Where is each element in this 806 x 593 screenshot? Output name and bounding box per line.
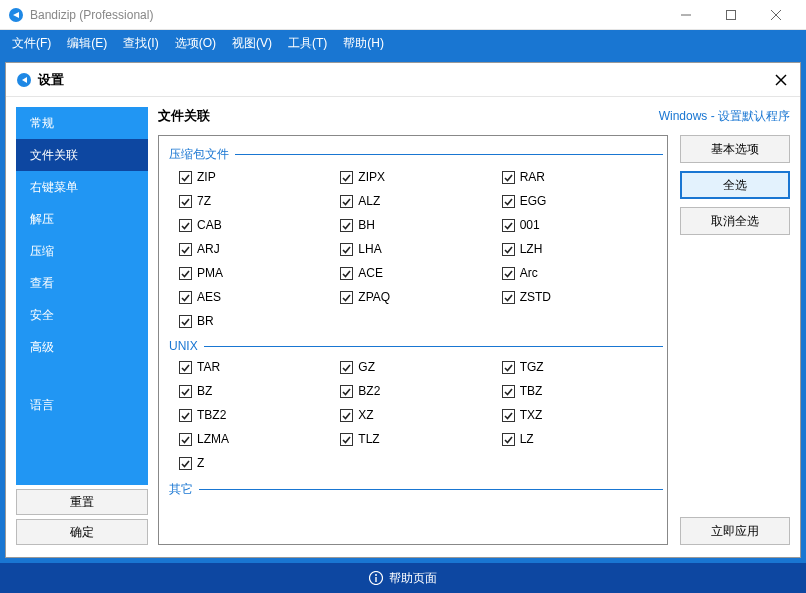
- checkbox-label: Z: [197, 456, 204, 470]
- reset-button[interactable]: 重置: [16, 489, 148, 515]
- menu-item-4[interactable]: 视图(V): [224, 35, 280, 52]
- check-icon: [179, 361, 192, 374]
- checkbox-001[interactable]: 001: [502, 215, 663, 235]
- checkbox-7z[interactable]: 7Z: [179, 191, 340, 211]
- group-label-0: 压缩包文件: [169, 146, 663, 163]
- sidebar: 常规文件关联右键菜单解压压缩查看安全高级语言 重置 确定: [16, 107, 148, 545]
- check-icon: [179, 243, 192, 256]
- sidebar-item-5[interactable]: 查看: [16, 267, 148, 299]
- checkbox-arc[interactable]: Arc: [502, 263, 663, 283]
- sidebar-item-4[interactable]: 压缩: [16, 235, 148, 267]
- checkbox-label: BH: [358, 218, 375, 232]
- check-icon: [502, 267, 515, 280]
- menu-item-5[interactable]: 工具(T): [280, 35, 335, 52]
- close-button[interactable]: [753, 0, 798, 30]
- checkbox-label: TBZ: [520, 384, 543, 398]
- checkbox-label: LZH: [520, 242, 543, 256]
- checkbox-zip[interactable]: ZIP: [179, 167, 340, 187]
- settings-icon: [16, 72, 32, 88]
- footer: 帮助页面: [0, 563, 806, 593]
- dialog-close-button[interactable]: [772, 71, 790, 89]
- check-icon: [179, 315, 192, 328]
- check-icon: [502, 171, 515, 184]
- checkbox-zstd[interactable]: ZSTD: [502, 287, 663, 307]
- checkbox-label: CAB: [197, 218, 222, 232]
- sidebar-item-language[interactable]: 语言: [16, 389, 148, 421]
- checkbox-gz[interactable]: GZ: [340, 357, 501, 377]
- checkbox-tlz[interactable]: TLZ: [340, 429, 501, 449]
- check-icon: [502, 243, 515, 256]
- checkbox-lha[interactable]: LHA: [340, 239, 501, 259]
- checkbox-bz[interactable]: BZ: [179, 381, 340, 401]
- menu-item-1[interactable]: 编辑(E): [59, 35, 115, 52]
- checkbox-tbz2[interactable]: TBZ2: [179, 405, 340, 425]
- checkbox-label: RAR: [520, 170, 545, 184]
- apply-button[interactable]: 立即应用: [680, 517, 790, 545]
- check-icon: [502, 385, 515, 398]
- help-link[interactable]: 帮助页面: [389, 570, 437, 587]
- checkbox-lzma[interactable]: LZMA: [179, 429, 340, 449]
- check-icon: [179, 457, 192, 470]
- checkbox-label: BZ: [197, 384, 212, 398]
- association-panel[interactable]: 压缩包文件ZIPZIPXRAR7ZALZEGGCABBH001ARJLHALZH…: [158, 135, 668, 545]
- checkbox-tbz[interactable]: TBZ: [502, 381, 663, 401]
- check-icon: [502, 195, 515, 208]
- menu-item-6[interactable]: 帮助(H): [335, 35, 392, 52]
- svg-rect-10: [375, 577, 376, 582]
- basic-options-button[interactable]: 基本选项: [680, 135, 790, 163]
- group-label-2: 其它: [169, 481, 663, 498]
- checkbox-bz2[interactable]: BZ2: [340, 381, 501, 401]
- checkbox-br[interactable]: BR: [179, 311, 340, 331]
- sidebar-item-0[interactable]: 常规: [16, 107, 148, 139]
- menu-item-3[interactable]: 选项(O): [167, 35, 224, 52]
- deselect-all-button[interactable]: 取消全选: [680, 207, 790, 235]
- checkbox-txz[interactable]: TXZ: [502, 405, 663, 425]
- checkbox-aes[interactable]: AES: [179, 287, 340, 307]
- sidebar-item-1[interactable]: 文件关联: [16, 139, 148, 171]
- checkbox-label: LHA: [358, 242, 381, 256]
- checkbox-lzh[interactable]: LZH: [502, 239, 663, 259]
- app-icon: [8, 7, 24, 23]
- ok-button[interactable]: 确定: [16, 519, 148, 545]
- maximize-button[interactable]: [708, 0, 753, 30]
- svg-point-9: [375, 574, 377, 576]
- checkbox-label: PMA: [197, 266, 223, 280]
- window-title: Bandizip (Professional): [30, 8, 663, 22]
- settings-dialog: 设置 常规文件关联右键菜单解压压缩查看安全高级语言 重置 确定 文件关联 Win…: [5, 62, 801, 558]
- checkbox-label: ZIPX: [358, 170, 385, 184]
- checkbox-bh[interactable]: BH: [340, 215, 501, 235]
- checkbox-z[interactable]: Z: [179, 453, 340, 473]
- checkbox-ace[interactable]: ACE: [340, 263, 501, 283]
- menu-item-2[interactable]: 查找(I): [115, 35, 166, 52]
- checkbox-egg[interactable]: EGG: [502, 191, 663, 211]
- minimize-button[interactable]: [663, 0, 708, 30]
- main-area: 设置 常规文件关联右键菜单解压压缩查看安全高级语言 重置 确定 文件关联 Win…: [0, 57, 806, 563]
- checkbox-tar[interactable]: TAR: [179, 357, 340, 377]
- windows-default-link[interactable]: Windows - 设置默认程序: [659, 108, 790, 125]
- checkbox-arj[interactable]: ARJ: [179, 239, 340, 259]
- checkbox-xz[interactable]: XZ: [340, 405, 501, 425]
- check-icon: [340, 171, 353, 184]
- check-icon: [502, 219, 515, 232]
- check-icon: [179, 219, 192, 232]
- checkbox-zipx[interactable]: ZIPX: [340, 167, 501, 187]
- check-icon: [340, 385, 353, 398]
- sidebar-item-7[interactable]: 高级: [16, 331, 148, 363]
- checkbox-lz[interactable]: LZ: [502, 429, 663, 449]
- checkbox-cab[interactable]: CAB: [179, 215, 340, 235]
- checkbox-pma[interactable]: PMA: [179, 263, 340, 283]
- check-icon: [179, 171, 192, 184]
- group-label-1: UNIX: [169, 339, 663, 353]
- select-all-button[interactable]: 全选: [680, 171, 790, 199]
- checkbox-label: ZSTD: [520, 290, 551, 304]
- checkbox-zpaq[interactable]: ZPAQ: [340, 287, 501, 307]
- sidebar-item-3[interactable]: 解压: [16, 203, 148, 235]
- sidebar-item-2[interactable]: 右键菜单: [16, 171, 148, 203]
- checkbox-label: LZMA: [197, 432, 229, 446]
- checkbox-alz[interactable]: ALZ: [340, 191, 501, 211]
- menu-item-0[interactable]: 文件(F): [4, 35, 59, 52]
- sidebar-item-6[interactable]: 安全: [16, 299, 148, 331]
- check-icon: [502, 433, 515, 446]
- checkbox-rar[interactable]: RAR: [502, 167, 663, 187]
- checkbox-tgz[interactable]: TGZ: [502, 357, 663, 377]
